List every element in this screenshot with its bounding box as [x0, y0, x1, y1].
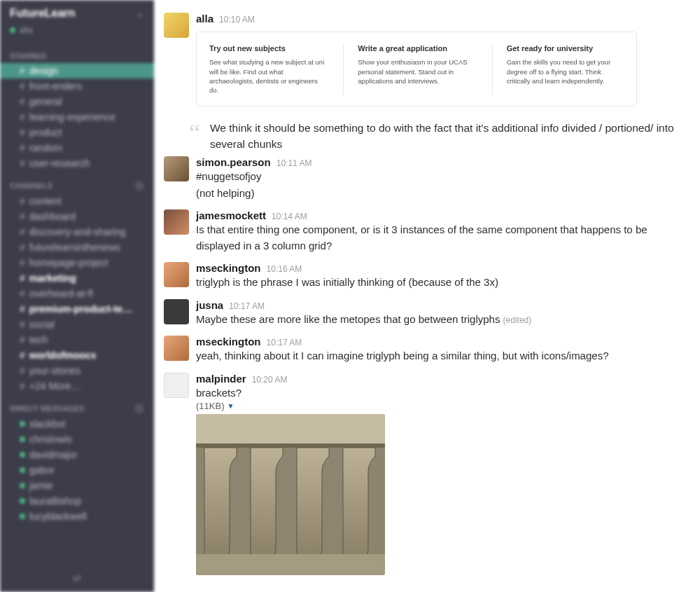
hash-icon: #	[20, 211, 25, 222]
sidebar-item-starred[interactable]: #front-enders	[0, 78, 154, 94]
message[interactable]: jamesmockett 10:14 AM Is that entire thi…	[154, 205, 694, 258]
section-header-channels[interactable]: CHANNELS	[0, 171, 154, 193]
message-text: yeah, thinking about it I can imagine tr…	[196, 348, 682, 364]
sender-name[interactable]: mseckington	[196, 336, 261, 347]
avatar[interactable]	[164, 336, 189, 361]
message[interactable]: simon.pearson 10:11 AM #nuggetsofjoy (no…	[154, 152, 694, 205]
hash-icon: #	[20, 96, 25, 107]
sidebar-item-dm[interactable]: chrislowis	[0, 432, 154, 447]
message-text: Is that entire thing one component, or i…	[196, 222, 682, 254]
sidebar-item-channel[interactable]: #social	[0, 317, 154, 332]
sidebar-item-channel[interactable]: #marketing	[0, 270, 154, 286]
workspace-button[interactable]: FutureLearn ⌄	[0, 0, 154, 25]
sidebar-item-starred-label: design	[29, 65, 58, 76]
plus-icon[interactable]	[134, 181, 144, 191]
sidebar-item-starred[interactable]: #user-research	[0, 156, 154, 171]
sidebar-item-dm[interactable]: gabor	[0, 462, 154, 478]
card-column: Get ready for university Gain the skills…	[492, 43, 624, 95]
avatar[interactable]	[164, 373, 189, 398]
sidebar-item-dm-label: jamie	[29, 480, 52, 491]
current-user-name: alla	[20, 25, 33, 35]
sidebar-item-starred[interactable]: #general	[0, 94, 154, 109]
sidebar-item-starred-label: random	[29, 142, 62, 153]
timestamp[interactable]: 10:17 AM	[229, 301, 265, 311]
sidebar-item-channel[interactable]: #overheard-at-fl	[0, 286, 154, 301]
message-text: #nuggetsofjoy	[196, 169, 682, 185]
file-size[interactable]: (11KB) ▼	[196, 401, 682, 411]
sidebar-item-starred-label: general	[29, 96, 62, 107]
message[interactable]: malpinder 10:20 AM brackets? (11KB) ▼	[154, 369, 694, 580]
sender-name[interactable]: mseckington	[196, 262, 261, 274]
image-attachment[interactable]	[196, 414, 385, 575]
timestamp[interactable]: 10:17 AM	[267, 338, 302, 347]
sidebar-item-dm-label: davidmajor	[29, 449, 77, 460]
message[interactable]: mseckington 10:17 AM yeah, thinking abou…	[154, 331, 694, 369]
presence-dot-icon	[20, 467, 25, 473]
svg-rect-2	[196, 443, 385, 448]
card-body: Show your enthusiasm in your UCAS person…	[358, 57, 475, 85]
sidebar-item-channel-label: social	[29, 319, 55, 330]
quote-text: We think it should be something to do wi…	[210, 121, 694, 152]
hash-icon: #	[20, 65, 25, 76]
presence-dot-icon	[10, 27, 15, 33]
hash-icon: #	[20, 303, 25, 315]
avatar[interactable]	[164, 299, 189, 324]
sidebar-item-dm[interactable]: slackbot	[0, 416, 154, 432]
sidebar-item-channel-label: dashboard	[29, 211, 76, 222]
sidebar-item-channel[interactable]: #content	[0, 193, 154, 209]
sidebar-item-channel[interactable]: #futurelearninthenews	[0, 240, 154, 255]
avatar[interactable]	[164, 13, 189, 38]
sidebar-item-dm-label: lauraBishop	[29, 495, 81, 507]
hash-icon: #	[20, 195, 25, 207]
section-header-starred[interactable]: STARRED	[0, 42, 154, 63]
avatar[interactable]	[164, 156, 189, 181]
section-header-dms[interactable]: DIRECT MESSAGES	[0, 394, 154, 416]
plus-icon[interactable]	[134, 404, 144, 413]
sidebar-item-starred[interactable]: #product	[0, 125, 154, 140]
sidebar-item-channel[interactable]: #premium-product-te…	[0, 301, 154, 317]
sidebar-item-dm[interactable]: jamie	[0, 478, 154, 493]
sidebar-item-channel[interactable]: #worldofmoocs	[0, 347, 154, 363]
sidebar-item-dm[interactable]: lucyblackwell	[0, 509, 154, 524]
shuffle-icon[interactable]: ⇄	[73, 572, 81, 584]
sidebar-item-starred-label: learning-experience	[29, 111, 115, 123]
sender-name[interactable]: jusna	[196, 299, 223, 311]
avatar[interactable]	[164, 262, 189, 287]
message[interactable]: mseckington 10:16 AM triglyph is the phr…	[154, 258, 694, 295]
sidebar-item-starred-label: product	[29, 127, 62, 138]
timestamp[interactable]: 10:14 AM	[272, 212, 307, 221]
hash-icon: #	[20, 257, 25, 268]
channels-label: CHANNELS	[10, 181, 52, 190]
avatar[interactable]	[164, 209, 189, 235]
sidebar-item-channel-label: premium-product-te…	[29, 303, 132, 315]
timestamp[interactable]: 10:10 AM	[219, 15, 255, 25]
user-presence[interactable]: alla	[0, 25, 154, 42]
sender-name[interactable]: simon.pearson	[196, 156, 271, 168]
timestamp[interactable]: 10:20 AM	[252, 375, 288, 385]
timestamp[interactable]: 10:11 AM	[276, 158, 312, 168]
sidebar-item-channel[interactable]: #dashboard	[0, 209, 154, 224]
sidebar-item-dm-label: slackbot	[29, 418, 65, 429]
sidebar-item-channel[interactable]: #homepage-project	[0, 255, 154, 270]
sender-name[interactable]: jamesmockett	[196, 209, 266, 221]
hash-icon: #	[20, 226, 25, 238]
sidebar-item-dm[interactable]: davidmajor	[0, 447, 154, 462]
sidebar-item-starred[interactable]: #design	[0, 63, 154, 78]
sidebar-item-channel[interactable]: #your-stories	[0, 363, 154, 378]
sidebar-item-starred[interactable]: #random	[0, 140, 154, 156]
presence-dot-icon	[20, 498, 25, 504]
sidebar-item-channel[interactable]: #+24 More…	[0, 378, 154, 394]
sender-name[interactable]: alla	[196, 13, 214, 25]
timestamp[interactable]: 10:16 AM	[267, 264, 302, 274]
sidebar-item-channel[interactable]: #tech	[0, 332, 154, 347]
presence-dot-icon	[20, 436, 25, 442]
image-attachment-card[interactable]: Try out new subjects See what studying a…	[196, 32, 637, 106]
sidebar-item-dm[interactable]: lauraBishop	[0, 493, 154, 509]
sender-name[interactable]: malpinder	[196, 373, 246, 385]
message[interactable]: jusna 10:17 AM Maybe these are more like…	[154, 295, 694, 332]
svg-rect-3	[196, 554, 385, 575]
message[interactable]: alla 10:10 AM Try out new subjects See w…	[154, 8, 694, 113]
sidebar-item-starred[interactable]: #learning-experience	[0, 109, 154, 125]
chevron-down-icon[interactable]: ▼	[227, 402, 234, 410]
sidebar-item-channel[interactable]: #discovery-and-sharing	[0, 224, 154, 240]
